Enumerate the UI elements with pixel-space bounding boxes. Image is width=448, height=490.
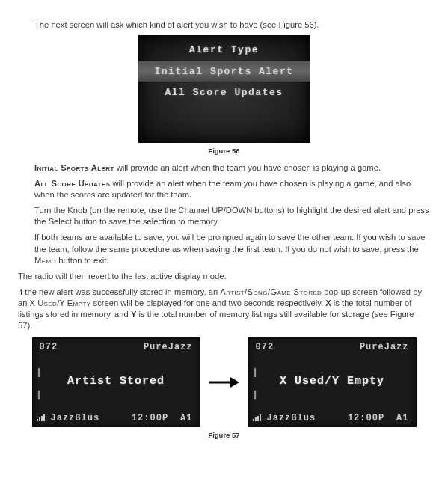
page-number: 66 bbox=[18, 486, 34, 490]
svg-marker-1 bbox=[230, 377, 239, 388]
term-used: Used bbox=[37, 298, 57, 307]
alert-type-screen: Alert Type Initial Sports Alert All Scor… bbox=[138, 35, 310, 143]
now-playing: JazzBlus bbox=[51, 412, 100, 424]
para-all-score-updates: All Score Updates will provide an alert … bbox=[34, 178, 430, 200]
term-initial-sports-alert: Initial Sports Alert bbox=[34, 163, 114, 172]
channel-name: PureJazz bbox=[360, 341, 409, 353]
time: 12:00P bbox=[132, 412, 168, 424]
figure-57-label: Figure 57 bbox=[18, 431, 430, 441]
option-initial-sports-alert: Initial Sports Alert bbox=[138, 61, 310, 82]
signal-icon bbox=[253, 414, 261, 421]
para-initial-sports-alert: Initial Sports Alert will provide an ale… bbox=[34, 162, 430, 174]
figure-57: 072 PureJazz Artist Stored JazzBlus 12:0… bbox=[18, 337, 430, 427]
popup-message: Artist Stored bbox=[32, 356, 200, 410]
popup-message: X Used/Y Empty bbox=[248, 356, 417, 410]
time: 12:00P bbox=[348, 412, 384, 424]
artist-stored-screen: 072 PureJazz Artist Stored JazzBlus 12:0… bbox=[32, 337, 200, 427]
signal-icon bbox=[37, 414, 45, 421]
channel-name: PureJazz bbox=[144, 341, 193, 353]
intro-text: The next screen will ask which kind of a… bbox=[34, 19, 430, 31]
term-x: X bbox=[325, 298, 331, 307]
page-footer: 66 [ Menu Options ] bbox=[18, 486, 430, 490]
term-empty: Empty bbox=[67, 298, 91, 307]
used-empty-screen: 072 PureJazz X Used/Y Empty JazzBlus 12:… bbox=[248, 337, 417, 427]
term-memo: Memo bbox=[34, 256, 56, 265]
channel-number: 072 bbox=[256, 341, 274, 353]
arrow-right-icon bbox=[209, 374, 239, 391]
para-revert: The radio will then revert to the last a… bbox=[18, 271, 430, 282]
now-playing: JazzBlus bbox=[267, 412, 316, 424]
preset: A1 bbox=[396, 412, 408, 424]
preset: A1 bbox=[180, 412, 192, 424]
term-all-score-updates: All Score Updates bbox=[34, 179, 110, 188]
figure-56-label: Figure 56 bbox=[18, 147, 430, 156]
para-both-teams: If both teams are available to save, you… bbox=[34, 232, 430, 266]
channel-number: 072 bbox=[40, 341, 58, 353]
figure-56: Alert Type Initial Sports Alert All Scor… bbox=[18, 35, 430, 143]
para-stored-description: If the new alert was successfully stored… bbox=[18, 287, 430, 331]
option-all-score-updates: All Score Updates bbox=[138, 82, 310, 103]
term-artist-song-game-stored: Artist/Song/Game Stored bbox=[220, 287, 322, 296]
para-turn-knob: Turn the Knob (on the remote, use the Ch… bbox=[34, 205, 430, 227]
screen-title: Alert Type bbox=[138, 40, 310, 61]
